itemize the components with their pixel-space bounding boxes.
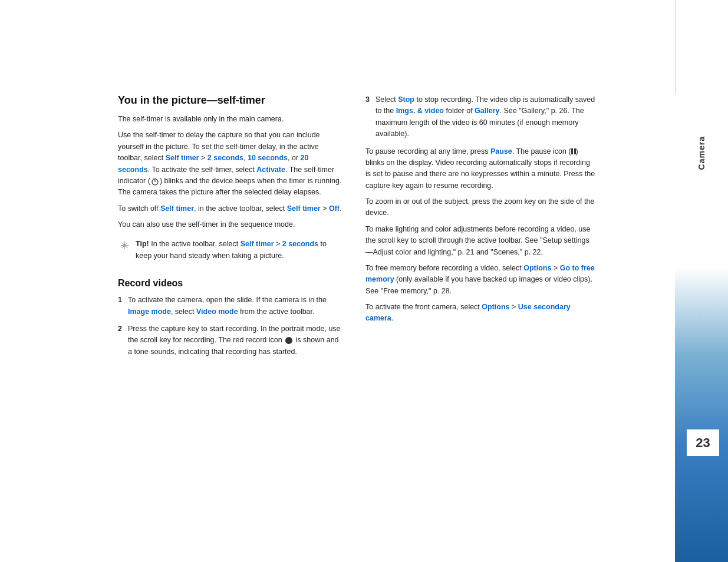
list-item-3-text: Select Stop to stop recording. The video… bbox=[375, 94, 595, 140]
tip-box: ✳ Tip! In the active toolbar, select Sel… bbox=[118, 236, 342, 264]
tip-icon: ✳ bbox=[118, 239, 131, 252]
link-10-seconds[interactable]: 10 seconds bbox=[248, 154, 288, 162]
free-memory-paragraph: To free memory before recording a video,… bbox=[365, 263, 595, 297]
list-item-3: 3 Select Stop to stop recording. The vid… bbox=[365, 94, 595, 140]
list-number-1: 1 bbox=[118, 295, 122, 318]
link-self-timer-1[interactable]: Self timer bbox=[166, 154, 199, 162]
tip-link-2-seconds[interactable]: 2 seconds bbox=[282, 240, 318, 248]
tip-link-self-timer[interactable]: Self timer bbox=[241, 240, 274, 248]
link-off[interactable]: Off bbox=[329, 204, 340, 213]
page-number-box: 23 bbox=[687, 429, 719, 456]
list-item-2: 2 Press the capture key to start recordi… bbox=[118, 323, 342, 358]
list-item-1-text: To activate the camera, open the slide. … bbox=[128, 295, 342, 318]
link-activate[interactable]: Activate bbox=[256, 166, 285, 174]
left-column: You in the picture—self-timer The self-t… bbox=[118, 94, 342, 363]
self-timer-intro: The self-timer is available only in the … bbox=[118, 114, 342, 125]
zoom-paragraph: To zoom in or out of the subject, press … bbox=[365, 196, 595, 219]
sidebar-camera-label: Camera bbox=[675, 94, 728, 212]
right-numbered-list: 3 Select Stop to stop recording. The vid… bbox=[365, 94, 595, 140]
record-icon bbox=[285, 337, 292, 344]
self-timer-indicator-icon bbox=[151, 177, 159, 186]
list-number-3: 3 bbox=[365, 94, 370, 140]
link-image-mode[interactable]: Image mode bbox=[128, 308, 171, 316]
self-timer-para2: To switch off Self timer, in the active … bbox=[118, 203, 342, 214]
record-videos-heading: Record videos bbox=[118, 278, 342, 289]
list-item-1: 1 To activate the camera, open the slide… bbox=[118, 295, 342, 318]
link-imgs-video[interactable]: Imgs. & video bbox=[396, 107, 444, 115]
link-self-timer-2[interactable]: Self timer bbox=[160, 204, 194, 213]
sidebar-gradient: 23 bbox=[675, 267, 728, 562]
link-stop[interactable]: Stop bbox=[398, 95, 414, 104]
link-video-mode[interactable]: Video mode bbox=[196, 308, 238, 316]
pause-icon bbox=[571, 148, 576, 154]
link-options-camera[interactable]: Options bbox=[482, 303, 509, 311]
camera-label: Camera bbox=[697, 136, 706, 170]
list-number-2: 2 bbox=[118, 323, 122, 358]
self-timer-para1: Use the self-timer to delay the capture … bbox=[118, 130, 342, 198]
page-container: Camera 23 You in the picture—self-timer … bbox=[0, 0, 728, 562]
list-item-2-text: Press the capture key to start recording… bbox=[128, 323, 342, 358]
right-column: 3 Select Stop to stop recording. The vid… bbox=[365, 94, 595, 363]
lighting-paragraph: To make lighting and color adjustments b… bbox=[365, 224, 595, 258]
record-videos-list: 1 To activate the camera, open the slide… bbox=[118, 295, 342, 358]
content-area: You in the picture—self-timer The self-t… bbox=[118, 94, 631, 363]
front-camera-paragraph: To activate the front camera, select Opt… bbox=[365, 302, 595, 325]
tip-bold-label: Tip! bbox=[136, 240, 149, 248]
link-options-free[interactable]: Options bbox=[523, 264, 551, 272]
link-gallery[interactable]: Gallery bbox=[475, 107, 499, 115]
tip-content: Tip! In the active toolbar, select Self … bbox=[136, 239, 342, 262]
link-self-timer-3[interactable]: Self timer bbox=[287, 204, 321, 213]
page-number: 23 bbox=[696, 435, 710, 451]
self-timer-para3: You can also use the self-timer in the s… bbox=[118, 219, 342, 230]
link-2-seconds[interactable]: 2 seconds bbox=[207, 154, 243, 162]
sidebar: Camera 23 bbox=[675, 0, 728, 562]
link-pause[interactable]: Pause bbox=[490, 147, 512, 156]
pause-paragraph: To pause recording at any time, press Pa… bbox=[365, 146, 595, 192]
sidebar-top bbox=[675, 0, 728, 94]
self-timer-heading: You in the picture—self-timer bbox=[118, 94, 342, 107]
